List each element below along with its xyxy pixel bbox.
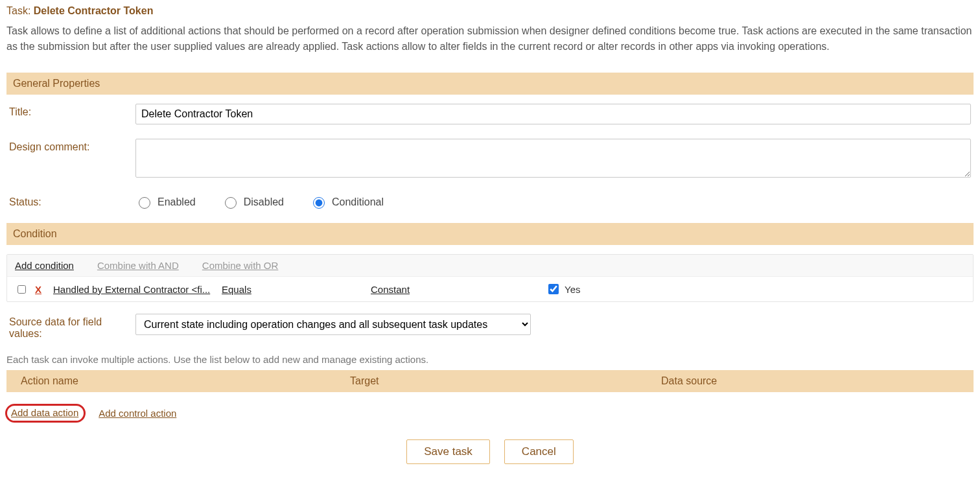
- actions-col-target: Target: [350, 375, 661, 387]
- add-actions-row: Add data action Add control action: [5, 404, 974, 423]
- condition-value-checkbox[interactable]: [548, 284, 559, 294]
- add-condition-link[interactable]: Add condition: [15, 260, 74, 271]
- status-enabled-label: Enabled: [158, 196, 196, 208]
- source-data-select[interactable]: Current state including operation change…: [135, 314, 531, 335]
- highlight-add-data-action: Add data action: [5, 404, 86, 423]
- condition-editor: Add condition Combine with AND Combine w…: [6, 254, 974, 302]
- section-condition: Condition: [6, 223, 974, 245]
- add-control-action-link[interactable]: Add control action: [99, 408, 176, 419]
- task-description: Task allows to define a list of addition…: [6, 23, 974, 54]
- actions-col-source: Data source: [661, 375, 967, 387]
- status-enabled-radio[interactable]: [139, 197, 150, 209]
- label-source-data: Source data for field values:: [9, 314, 135, 340]
- cancel-button[interactable]: Cancel: [504, 439, 574, 464]
- status-radio-group: Enabled Disabled Conditional: [135, 194, 971, 209]
- status-conditional-label: Conditional: [332, 196, 384, 208]
- task-prefix: Task:: [6, 5, 34, 16]
- save-task-button[interactable]: Save task: [406, 439, 490, 464]
- condition-toolbar: Add condition Combine with AND Combine w…: [7, 255, 973, 277]
- condition-field[interactable]: Handled by External Contractor <fi...: [53, 284, 222, 295]
- task-title: Delete Contractor Token: [34, 5, 154, 16]
- status-conditional-radio[interactable]: [313, 197, 325, 209]
- combine-or-link[interactable]: Combine with OR: [202, 260, 279, 271]
- status-conditional-option[interactable]: Conditional: [310, 195, 384, 209]
- add-data-action-link[interactable]: Add data action: [11, 407, 78, 418]
- label-title: Title:: [9, 104, 135, 118]
- condition-delete-button[interactable]: X: [35, 284, 41, 295]
- actions-hint: Each task can invoke multiple actions. U…: [6, 354, 974, 365]
- label-design-comment: Design comment:: [9, 139, 135, 153]
- status-enabled-option[interactable]: Enabled: [135, 195, 196, 209]
- label-status: Status:: [9, 194, 135, 208]
- combine-and-link[interactable]: Combine with AND: [97, 260, 179, 271]
- title-input[interactable]: [135, 104, 971, 124]
- condition-select-checkbox[interactable]: [18, 285, 26, 294]
- status-disabled-radio[interactable]: [225, 197, 237, 209]
- actions-table-header: Action name Target Data source: [6, 370, 974, 392]
- condition-value-type[interactable]: Constant: [371, 284, 546, 295]
- condition-row: X Handled by External Contractor <fi... …: [7, 277, 973, 301]
- condition-value[interactable]: Yes: [546, 282, 580, 296]
- design-comment-input[interactable]: [135, 139, 971, 178]
- actions-col-name: Action name: [13, 375, 350, 387]
- task-header: Task: Delete Contractor Token: [6, 5, 974, 17]
- button-row: Save task Cancel: [6, 439, 974, 464]
- condition-operator[interactable]: Equals: [222, 284, 371, 295]
- status-disabled-option[interactable]: Disabled: [222, 195, 284, 209]
- status-disabled-label: Disabled: [244, 196, 284, 208]
- section-general-properties: General Properties: [6, 73, 974, 95]
- condition-value-label: Yes: [565, 284, 580, 295]
